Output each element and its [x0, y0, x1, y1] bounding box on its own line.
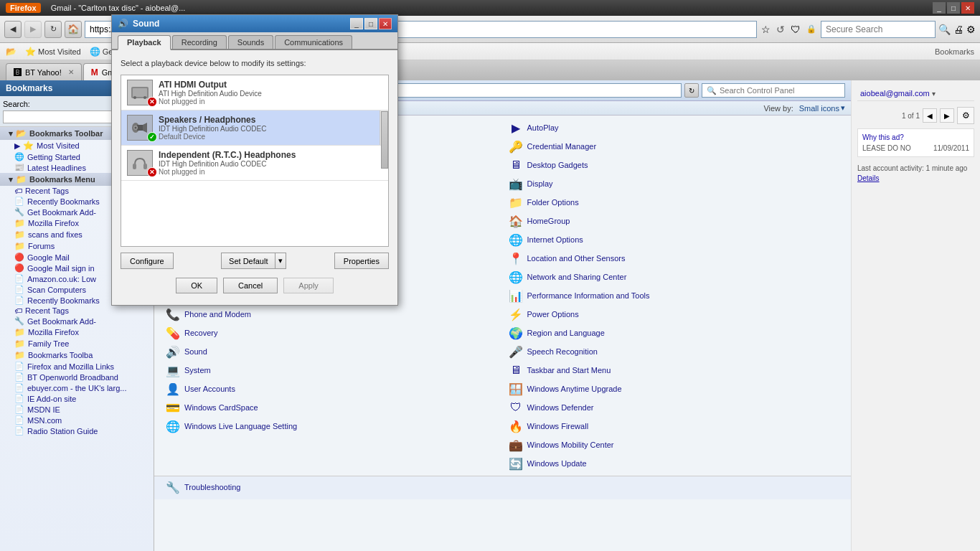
- playback-instruction: Select a playback device below to modify…: [121, 59, 389, 67]
- svg-point-3: [143, 96, 146, 99]
- device-ati-hdmi[interactable]: ATI HDMI Output ATI High Definition Audi…: [121, 75, 388, 110]
- device-ati-info: ATI HDMI Output ATI High Definition Audi…: [159, 80, 382, 105]
- device-ati-name: ATI HDMI Output: [159, 80, 382, 90]
- svg-point-2: [133, 96, 136, 99]
- device-headphones-info: Independent (R.T.C.) Headphones IDT High…: [159, 150, 382, 176]
- set-default-button[interactable]: Set Default: [221, 253, 275, 269]
- properties-button[interactable]: Properties: [334, 253, 389, 269]
- apply-button[interactable]: Apply: [283, 278, 334, 293]
- sound-dialog: 🔊 Sound _ □ ✕ Playback Recording Sounds …: [111, 14, 398, 306]
- svg-rect-9: [143, 164, 147, 169]
- device-speakers[interactable]: Speakers / Headphones IDT High Definitio…: [121, 110, 388, 146]
- cancel-button[interactable]: Cancel: [223, 278, 278, 293]
- sound-speaker-icon: 🔊: [118, 19, 128, 29]
- sound-dialog-device-buttons: Configure Set Default ▾ Properties: [121, 247, 389, 272]
- dialog-close-button[interactable]: ✕: [379, 18, 392, 29]
- ok-button[interactable]: OK: [176, 278, 217, 293]
- dialog-window-controls: _ □ ✕: [350, 18, 392, 29]
- sound-dialog-titlebar: 🔊 Sound _ □ ✕: [112, 15, 397, 32]
- device-list-wrapper: ATI HDMI Output ATI High Definition Audi…: [121, 75, 389, 247]
- device-speakers-status-badge: ✓: [147, 132, 157, 142]
- set-default-group: Set Default ▾: [221, 253, 286, 269]
- tab-communications[interactable]: Communications: [275, 35, 352, 49]
- sound-dialog-content: Select a playback device below to modify…: [112, 50, 397, 305]
- tab-sounds[interactable]: Sounds: [228, 35, 273, 49]
- dialog-minimize-button[interactable]: _: [350, 18, 363, 29]
- device-speakers-desc: IDT High Definition Audio CODEC: [159, 125, 382, 133]
- tab-playback[interactable]: Playback: [118, 35, 171, 50]
- svg-rect-8: [133, 164, 136, 169]
- device-speakers-info: Speakers / Headphones IDT High Definitio…: [159, 115, 382, 141]
- svg-rect-1: [133, 88, 147, 97]
- dialog-overlay: 🔊 Sound _ □ ✕ Playback Recording Sounds …: [0, 0, 980, 551]
- device-speakers-default: Default Device: [159, 133, 382, 141]
- tab-recording[interactable]: Recording: [172, 35, 227, 49]
- svg-point-7: [135, 127, 137, 129]
- svg-rect-5: [137, 125, 143, 131]
- sound-dialog-action-buttons: OK Cancel Apply: [121, 272, 389, 296]
- sound-dialog-tabs: Playback Recording Sounds Communications: [112, 32, 397, 50]
- device-independent-headphones[interactable]: Independent (R.T.C.) Headphones IDT High…: [121, 146, 388, 181]
- device-headphones-name: Independent (R.T.C.) Headphones: [159, 150, 382, 160]
- device-list: ATI HDMI Output ATI High Definition Audi…: [121, 75, 389, 247]
- device-ati-status-badge: ✕: [147, 97, 157, 107]
- device-list-scrollbar[interactable]: [380, 110, 388, 145]
- sound-dialog-title: 🔊 Sound: [118, 19, 159, 29]
- set-default-dropdown-button[interactable]: ▾: [275, 253, 286, 269]
- device-headphones-status-badge: ✕: [147, 167, 157, 177]
- configure-button[interactable]: Configure: [121, 253, 174, 269]
- device-ati-desc: ATI High Definition Audio Device: [159, 90, 382, 98]
- device-headphones-status: Not plugged in: [159, 168, 382, 176]
- device-speakers-name: Speakers / Headphones: [159, 115, 382, 125]
- device-ati-status: Not plugged in: [159, 98, 382, 105]
- device-headphones-desc: IDT High Definition Audio CODEC: [159, 160, 382, 168]
- dialog-maximize-button[interactable]: □: [364, 18, 377, 29]
